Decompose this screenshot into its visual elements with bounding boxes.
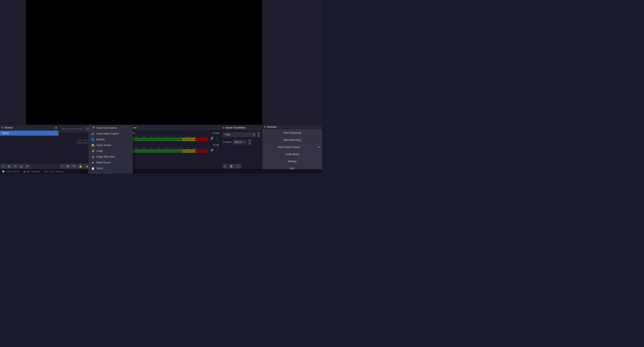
dropdown-item-audio-output-capture[interactable]: 🔊 Audio Output Capture bbox=[89, 131, 132, 137]
duration-up-btn[interactable]: ▲ bbox=[248, 139, 251, 142]
scene-transitions-panel: ⊞ Scene Transitions Fade ▲ ▼ Duration ▲ … bbox=[221, 125, 262, 169]
desktop-audio-menu-btn[interactable]: ⋮ bbox=[215, 136, 219, 140]
dropdown-label: Colour Source bbox=[96, 144, 111, 147]
desktop-meter-bg2 bbox=[120, 139, 209, 141]
start-virtual-camera-btn[interactable]: Start Virtual Camera bbox=[262, 143, 316, 151]
left-sidebar bbox=[0, 0, 26, 125]
dropdown-item-syphon-client[interactable]: ⬡ Syphon Client bbox=[89, 171, 132, 173]
dropdown-item-image-slide-show[interactable]: 📽 Image Slide Show bbox=[89, 154, 132, 160]
desktop-audio-controls: 🔊 ⋮ bbox=[210, 136, 219, 140]
transitions-title: Scene Transitions bbox=[226, 126, 246, 129]
dropdown-label: Media Source bbox=[96, 161, 111, 164]
desktop-audio-mute-btn[interactable]: 🔊 bbox=[210, 136, 214, 140]
dropdown-item-media-source[interactable]: ▶ Media Source bbox=[89, 160, 132, 165]
mic-meter-bar: -60-55-50-45-40-35-30-25-20-15-10-50 bbox=[120, 147, 209, 153]
transition-type-down-btn[interactable]: ▼ bbox=[257, 135, 260, 137]
controls-panel: ⊞ Controls Start Streaming Start Recordi… bbox=[262, 125, 322, 169]
dropdown-label: Scene bbox=[96, 167, 103, 170]
transition-type-select[interactable]: Fade bbox=[223, 132, 256, 137]
scene-duplicate-btn[interactable]: ❐ bbox=[12, 164, 18, 168]
transition-remove-btn[interactable]: 🗑 bbox=[228, 164, 234, 168]
scenes-panel-header: ⊞ Scenes ◀ bbox=[0, 125, 58, 131]
bottom-area: ⊞ Scenes ◀ Scene + 🗑 ❐ ▲ ▼ No source sel… bbox=[0, 125, 322, 169]
live-status: 📡 LIVE: 00:00:00 bbox=[2, 170, 20, 173]
transition-menu-btn[interactable]: ⋮ bbox=[235, 164, 241, 168]
browser-icon: 🌐 bbox=[92, 138, 94, 141]
desktop-audio-meter: -60-55-50-45-40-35-30-25-20-15-10-50 🔊 ⋮ bbox=[120, 135, 219, 141]
duration-down-btn[interactable]: ▼ bbox=[248, 142, 251, 145]
source-lock-btn[interactable]: 🔒 bbox=[77, 164, 84, 168]
source-type-dropdown: 🎤 Audio Input Capture 🔊 Audio Output Cap… bbox=[88, 125, 133, 173]
transitions-toolbar: + 🗑 ⋮ bbox=[221, 163, 262, 169]
start-recording-btn[interactable]: Start Recording bbox=[262, 136, 322, 143]
sources-panel: No source selected ⚙ Properties ◀ There … bbox=[59, 125, 118, 169]
dropdown-label: Syphon Client bbox=[96, 173, 111, 173]
transitions-header: ⊞ Scene Transitions bbox=[221, 125, 262, 131]
dropdown-item-audio-input-capture[interactable]: 🎤 Audio Input Capture bbox=[89, 125, 132, 131]
source-visibility-btn[interactable]: 👁 bbox=[71, 164, 77, 168]
dropdown-label: Audio Output Capture bbox=[96, 132, 119, 135]
virtual-camera-row: Start Virtual Camera ⚙ bbox=[262, 143, 322, 151]
duration-input[interactable] bbox=[233, 140, 246, 144]
transition-type-row: Fade ▲ ▼ bbox=[221, 131, 262, 138]
transitions-icon: ⊞ bbox=[222, 126, 224, 129]
dropdown-label: Image Slide Show bbox=[96, 155, 115, 158]
audio-mixer-toolbar: ⚙ ⋮ bbox=[118, 163, 221, 169]
scene-add-btn[interactable]: + bbox=[1, 164, 6, 168]
cpu-label: CPU: 2.6%, 30.00 fps bbox=[44, 170, 64, 173]
mic-meter-scale: -60-55-50-45-40-35-30-25-20-15-10-50 bbox=[120, 147, 209, 149]
media-source-icon: ▶ bbox=[92, 161, 94, 164]
dropdown-item-browser[interactable]: 🌐 Browser bbox=[89, 137, 132, 142]
colour-source-icon: 🎨 bbox=[92, 144, 94, 147]
scenes-collapse-btn[interactable]: ◀ bbox=[54, 126, 57, 129]
rec-time: REC: 00:00:00 bbox=[26, 170, 40, 173]
dropdown-label: Audio Input Capture bbox=[96, 127, 117, 129]
live-time: LIVE: 00:00:00 bbox=[6, 170, 20, 173]
transition-type-up-btn[interactable]: ▲ bbox=[257, 132, 260, 134]
mic-aux-level: 0.0 dB bbox=[213, 144, 219, 146]
desktop-audio-channel: Desktop Audio 0.0 dB -60-55-50-45-40-35-… bbox=[118, 131, 221, 142]
start-streaming-btn[interactable]: Start Streaming bbox=[262, 129, 322, 136]
image-icon: 🖼 bbox=[92, 149, 94, 153]
scene-down-btn[interactable]: ▼ bbox=[25, 164, 30, 168]
wifi-icon: 📡 bbox=[2, 170, 4, 173]
mic-audio-mute-btn[interactable]: 🔊 bbox=[210, 148, 214, 152]
dropdown-item-scene[interactable]: 📋 Scene bbox=[89, 165, 132, 171]
scene-up-btn[interactable]: ▲ bbox=[18, 164, 24, 168]
mic-audio-menu-btn[interactable]: ⋮ bbox=[215, 148, 219, 152]
audio-input-icon: 🎤 bbox=[92, 126, 94, 129]
audio-mixer-panel: 🎚 Audio Mixer Desktop Audio 0.0 dB -60-5… bbox=[118, 125, 221, 169]
audio-mixer-header: 🎚 Audio Mixer bbox=[118, 125, 221, 131]
mic-aux-header: Mic/Aux 0.0 dB bbox=[120, 143, 219, 146]
transition-duration-row: Duration ▲ ▼ bbox=[221, 138, 262, 146]
scene-icon: 📋 bbox=[92, 167, 94, 170]
scene-remove-btn[interactable]: 🗑 bbox=[6, 164, 12, 168]
scenes-title: Scenes bbox=[4, 126, 13, 129]
source-add-btn[interactable]: + bbox=[60, 164, 64, 168]
scenes-toolbar: + 🗑 ❐ ▲ ▼ bbox=[0, 163, 58, 169]
desktop-meter-bg bbox=[120, 138, 209, 139]
transition-spin-btns: ▲ ▼ bbox=[257, 132, 260, 137]
dropdown-label: Image bbox=[96, 150, 103, 152]
transition-add-btn[interactable]: + bbox=[222, 164, 228, 168]
cpu-status: CPU: 2.6%, 30.00 fps bbox=[44, 170, 64, 173]
dropdown-item-colour-source[interactable]: 🎨 Colour Source bbox=[89, 142, 132, 148]
studio-mode-btn[interactable]: Studio Mode bbox=[262, 151, 322, 158]
settings-btn[interactable]: Settings bbox=[262, 158, 322, 165]
duration-spin-btns: ▲ ▼ bbox=[248, 139, 251, 145]
mic-audio-controls: 🔊 ⋮ bbox=[210, 148, 219, 152]
source-remove-btn[interactable]: 🗑 bbox=[65, 164, 71, 168]
mic-aux-meter: -60-55-50-45-40-35-30-25-20-15-10-50 🔊 ⋮ bbox=[120, 147, 219, 153]
virtual-camera-settings-btn[interactable]: ⚙ bbox=[316, 143, 322, 151]
mic-meter-bg bbox=[120, 149, 209, 151]
scenes-icon: ⊞ bbox=[2, 126, 4, 129]
controls-title: Controls bbox=[267, 126, 276, 128]
scene-item[interactable]: Scene bbox=[0, 131, 58, 136]
top-area bbox=[0, 0, 322, 125]
desktop-audio-header: Desktop Audio 0.0 dB bbox=[120, 132, 219, 134]
no-source-label: No source selected bbox=[60, 126, 84, 132]
mic-meter-bg2 bbox=[120, 151, 209, 153]
dropdown-label: Browser bbox=[96, 138, 105, 141]
rec-icon: ⏺ bbox=[23, 170, 26, 173]
dropdown-item-image[interactable]: 🖼 Image bbox=[89, 148, 132, 154]
